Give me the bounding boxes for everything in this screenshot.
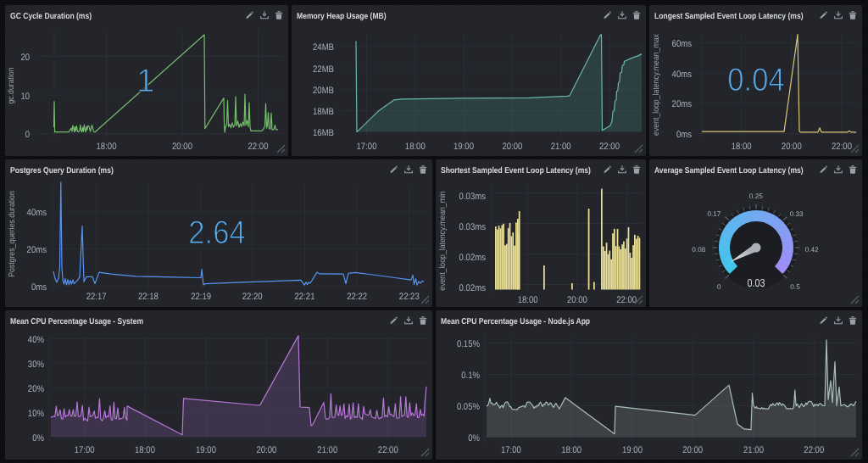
svg-text:18MB: 18MB	[313, 107, 334, 117]
svg-text:40ms: 40ms	[672, 70, 693, 80]
svg-text:22:20: 22:20	[242, 292, 263, 302]
svg-text:0ms: 0ms	[676, 130, 693, 140]
svg-text:20:00: 20:00	[172, 142, 192, 152]
svg-text:20ms: 20ms	[27, 245, 47, 255]
svg-text:22:18: 22:18	[138, 292, 159, 302]
svg-text:Shortest Sampled Event Loop La: Shortest Sampled Event Loop Latency (ms)	[441, 166, 591, 176]
svg-text:10: 10	[20, 92, 30, 102]
svg-text:22:22: 22:22	[347, 292, 367, 302]
svg-text:0.03ms: 0.03ms	[459, 192, 487, 202]
svg-text:20MB: 20MB	[313, 86, 334, 96]
svg-text:Mean CPU Percentage Usage - Sy: Mean CPU Percentage Usage - System	[10, 317, 143, 326]
svg-text:0%: 0%	[32, 433, 44, 443]
svg-text:20:00: 20:00	[782, 142, 802, 152]
svg-text:22:00: 22:00	[599, 142, 620, 152]
svg-text:20: 20	[20, 53, 30, 63]
svg-text:40ms: 40ms	[27, 208, 47, 218]
svg-text:18:00: 18:00	[405, 142, 426, 152]
svg-text:18:00: 18:00	[518, 295, 538, 305]
svg-text:0.17: 0.17	[707, 210, 721, 218]
svg-text:0.15%: 0.15%	[457, 339, 480, 349]
svg-text:22:23: 22:23	[399, 292, 420, 302]
svg-text:22:00: 22:00	[248, 142, 269, 152]
svg-text:18:00: 18:00	[561, 445, 581, 455]
svg-text:0.1%: 0.1%	[461, 371, 480, 381]
svg-text:0.25: 0.25	[749, 192, 763, 200]
svg-text:Mean CPU Percentage Usage - No: Mean CPU Percentage Usage - Node.js App	[441, 317, 590, 326]
svg-text:20:00: 20:00	[567, 295, 587, 305]
svg-text:19:00: 19:00	[622, 445, 643, 455]
svg-text:30%: 30%	[28, 360, 44, 370]
svg-text:20:00: 20:00	[256, 445, 276, 455]
svg-text:22:00: 22:00	[832, 142, 852, 152]
svg-text:17:00: 17:00	[501, 445, 521, 455]
svg-text:22:17: 22:17	[86, 292, 107, 302]
svg-text:0: 0	[717, 283, 721, 291]
svg-text:22:00: 22:00	[378, 445, 398, 455]
svg-text:GC Cycle Duration (ms): GC Cycle Duration (ms)	[10, 12, 92, 21]
svg-text:0%: 0%	[468, 433, 480, 443]
svg-text:0.04: 0.04	[727, 62, 784, 98]
svg-text:1: 1	[136, 63, 154, 99]
svg-text:22MB: 22MB	[313, 64, 334, 75]
svg-text:18:00: 18:00	[97, 142, 117, 152]
svg-text:21:00: 21:00	[317, 445, 337, 455]
svg-text:22:00: 22:00	[804, 445, 824, 455]
svg-text:0.5: 0.5	[790, 283, 800, 291]
svg-text:2.64: 2.64	[188, 215, 245, 251]
svg-text:0.08: 0.08	[692, 246, 705, 254]
svg-text:0.33: 0.33	[790, 210, 804, 218]
svg-text:19:00: 19:00	[196, 445, 216, 455]
svg-text:Longest Sampled Event Loop Lat: Longest Sampled Event Loop Latency (ms)	[654, 12, 804, 21]
svg-text:event_loop_latency.mean_max: event_loop_latency.mean_max	[652, 34, 661, 136]
svg-text:0.03: 0.03	[748, 276, 765, 289]
svg-text:22:00: 22:00	[616, 295, 637, 305]
svg-text:20:00: 20:00	[502, 142, 522, 152]
svg-text:16MB: 16MB	[313, 128, 334, 138]
svg-text:22:19: 22:19	[191, 292, 211, 302]
svg-text:0.02ms: 0.02ms	[459, 253, 487, 263]
svg-text:0.03ms: 0.03ms	[459, 222, 487, 232]
svg-text:0.05%: 0.05%	[457, 402, 480, 412]
svg-text:24MB: 24MB	[313, 42, 334, 53]
svg-text:17:00: 17:00	[75, 445, 95, 455]
svg-text:40%: 40%	[28, 335, 44, 345]
svg-text:18:00: 18:00	[732, 142, 752, 152]
svg-text:19:00: 19:00	[453, 142, 474, 152]
svg-text:18:00: 18:00	[135, 445, 155, 455]
svg-text:0ms: 0ms	[31, 282, 47, 293]
svg-text:Postgres Query Duration (ms): Postgres Query Duration (ms)	[10, 166, 114, 176]
svg-text:10%: 10%	[28, 409, 44, 419]
svg-text:21:00: 21:00	[551, 142, 571, 152]
svg-text:0.02ms: 0.02ms	[459, 283, 487, 293]
svg-text:20%: 20%	[28, 384, 44, 394]
svg-text:Memory Heap Usage (MB): Memory Heap Usage (MB)	[297, 12, 387, 21]
svg-text:Postgres_queries.duration: Postgres_queries.duration	[8, 191, 17, 277]
svg-text:22:21: 22:21	[295, 292, 315, 302]
svg-text:20ms: 20ms	[672, 99, 693, 109]
svg-text:20:00: 20:00	[682, 445, 703, 455]
svg-text:21:00: 21:00	[743, 445, 764, 455]
svg-text:event_loop_latency.mean_min: event_loop_latency.mean_min	[438, 191, 448, 290]
svg-text:Average Sampled Event Loop Lat: Average Sampled Event Loop Latency (ms)	[654, 166, 804, 176]
svg-text:gc.duration: gc.duration	[7, 68, 16, 104]
svg-text:17:00: 17:00	[357, 142, 377, 152]
svg-text:0: 0	[25, 130, 30, 140]
svg-text:60ms: 60ms	[672, 39, 693, 49]
svg-text:0.42: 0.42	[805, 246, 819, 254]
